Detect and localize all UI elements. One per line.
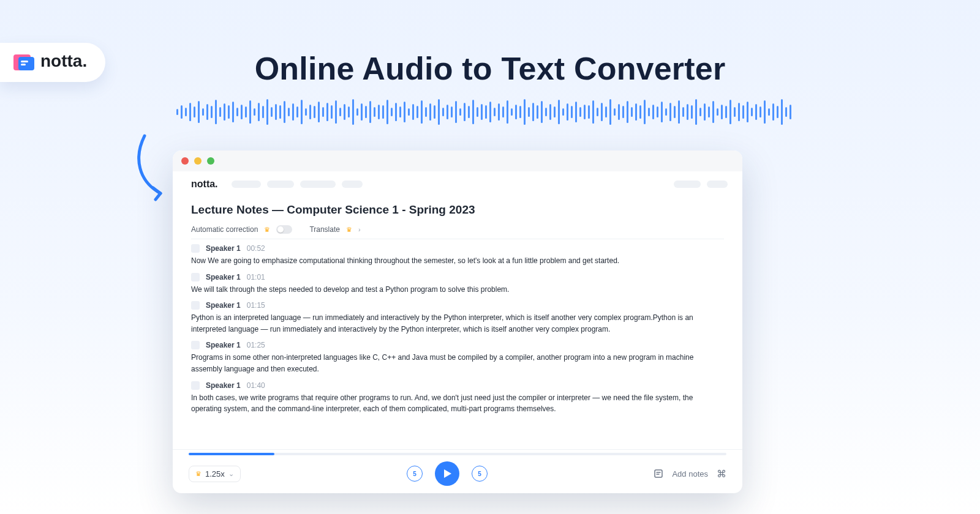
crown-icon: ♛	[195, 470, 202, 478]
crown-icon: ♛	[264, 226, 270, 234]
speaker-name: Speaker 1	[206, 341, 241, 349]
notes-icon	[654, 469, 663, 479]
auto-correction-label: Automatic correction	[191, 225, 258, 234]
timestamp: 01:25	[247, 341, 265, 349]
keyboard-shortcut-icon[interactable]: ⌘	[717, 468, 726, 480]
speaker-name: Speaker 1	[206, 244, 241, 253]
speaker-avatar	[191, 381, 200, 390]
close-icon[interactable]	[181, 157, 189, 165]
transcript-segment[interactable]: Speaker 101:01We will talk through the s…	[191, 273, 724, 296]
maximize-icon[interactable]	[207, 157, 214, 165]
arrow-illustration	[130, 133, 174, 202]
timestamp: 01:01	[247, 273, 265, 281]
nav-placeholder	[232, 181, 363, 188]
timestamp: 00:52	[247, 244, 265, 253]
playback-speed-button[interactable]: ♛ 1.25x ⌄	[189, 466, 241, 482]
translate-label[interactable]: Translate	[309, 225, 340, 234]
speaker-name: Speaker 1	[206, 273, 241, 281]
timestamp: 01:40	[247, 381, 265, 390]
progress-bar	[189, 453, 274, 455]
transcript-segment[interactable]: Speaker 101:15Python is an interpreted l…	[191, 301, 724, 335]
play-button[interactable]	[435, 461, 459, 486]
player-bar: ♛ 1.25x ⌄ 5 5 Add notes ⌘	[173, 449, 742, 493]
timestamp: 01:15	[247, 301, 265, 310]
speaker-avatar	[191, 301, 200, 310]
minimize-icon[interactable]	[194, 157, 202, 165]
document-title: Lecture Notes — Computer Science 1 - Spr…	[191, 203, 724, 217]
app-brand: notta.	[191, 179, 218, 190]
speaker-name: Speaker 1	[206, 381, 241, 390]
play-icon	[443, 469, 452, 479]
transcript-content: Lecture Notes — Computer Science 1 - Spr…	[173, 197, 742, 449]
speaker-avatar	[191, 341, 200, 349]
toolbar: Automatic correction ♛ Translate ♛ ›	[191, 225, 724, 234]
transcript-text: Programs in some other non-interpreted l…	[191, 352, 724, 374]
transcript-segment[interactable]: Speaker 100:52Now We are going to emphas…	[191, 244, 724, 267]
svg-rect-0	[655, 470, 662, 477]
transcript-text: We will talk through the steps needed to…	[191, 284, 724, 296]
transcript-segment[interactable]: Speaker 101:25Programs in some other non…	[191, 341, 724, 374]
transcript-list: Speaker 100:52Now We are going to emphas…	[191, 244, 724, 415]
crown-icon: ♛	[346, 226, 352, 234]
chevron-down-icon: ⌄	[228, 470, 234, 478]
forward-5-button[interactable]: 5	[472, 466, 488, 482]
speed-value: 1.25x	[205, 469, 225, 479]
transcript-segment[interactable]: Speaker 101:40In both cases, we write pr…	[191, 381, 724, 415]
window-titlebar	[173, 151, 742, 171]
speaker-name: Speaker 1	[206, 301, 241, 310]
rewind-5-button[interactable]: 5	[407, 466, 423, 482]
divider	[191, 239, 724, 239]
progress-track[interactable]	[189, 453, 726, 455]
speaker-avatar	[191, 244, 200, 253]
auto-correction-toggle[interactable]	[276, 225, 292, 234]
add-notes-button[interactable]: Add notes	[672, 469, 708, 479]
chevron-right-icon: ›	[358, 226, 361, 233]
app-bar: notta.	[173, 171, 742, 197]
transcript-text: Python is an interpreted language — run …	[191, 312, 724, 335]
app-window: notta. Lecture Notes — Computer Science …	[173, 151, 742, 493]
transcript-text: Now We are going to emphasize computatio…	[191, 255, 724, 267]
transcript-text: In both cases, we write programs that re…	[191, 392, 724, 415]
audio-waveform	[147, 95, 821, 129]
page-headline: Online Audio to Text Converter	[0, 50, 980, 87]
speaker-avatar	[191, 273, 200, 281]
actions-placeholder	[674, 181, 728, 188]
